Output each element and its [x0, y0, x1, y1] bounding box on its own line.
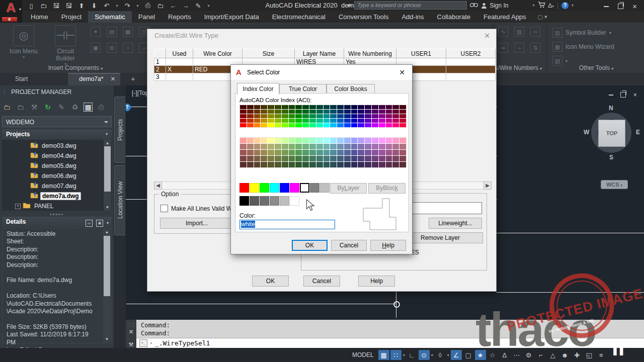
aci-color-swatch[interactable]	[275, 138, 281, 143]
aci-color-swatch[interactable]	[268, 119, 274, 123]
aci-color-swatch[interactable]	[324, 150, 330, 155]
dynamic-input-icon[interactable]: ▢	[463, 350, 474, 360]
aci-color-swatch[interactable]	[261, 114, 267, 118]
forward-icon[interactable]: →	[182, 2, 190, 10]
aci-color-swatch[interactable]	[302, 156, 309, 161]
insert-terminal-icon[interactable]: ⊞	[107, 43, 117, 53]
aci-color-swatch[interactable]	[295, 123, 302, 127]
aci-color-swatch[interactable]	[337, 156, 344, 161]
aci-color-swatch[interactable]	[337, 123, 344, 127]
aci-color-swatch[interactable]	[379, 138, 385, 143]
aci-color-swatch[interactable]	[337, 138, 344, 143]
command-wrench-icon[interactable]: ⚒	[126, 341, 136, 348]
aci-color-swatch[interactable]	[399, 119, 406, 123]
aci-color-swatch[interactable]	[240, 119, 247, 123]
aci-color-swatch[interactable]	[372, 105, 378, 109]
drawing-close-button[interactable]: ×	[633, 91, 637, 99]
ribbon-tab-featured-apps[interactable]: Featured Apps	[477, 11, 533, 23]
tab-start[interactable]: Start	[4, 73, 39, 85]
aci-color-swatch[interactable]	[372, 123, 378, 127]
aci-color-swatch[interactable]	[392, 162, 399, 167]
aci-color-swatch[interactable]	[240, 123, 247, 127]
aci-color-swatch[interactable]	[372, 162, 378, 167]
aci-color-swatch[interactable]	[282, 156, 288, 161]
aci-color-swatch[interactable]	[379, 105, 385, 109]
aci-color-swatch[interactable]	[289, 114, 295, 118]
aci-color-swatch[interactable]	[379, 162, 385, 167]
aci-color-swatch[interactable]	[324, 123, 330, 127]
wire-dialog-close-icon[interactable]: ✕	[482, 31, 492, 40]
aci-color-swatch[interactable]	[240, 156, 247, 161]
aci-color-swatch[interactable]	[392, 110, 399, 114]
scroll-down-icon[interactable]: ▼	[103, 336, 111, 342]
aci-color-swatch[interactable]	[282, 114, 288, 118]
aci-color-swatch[interactable]	[282, 105, 288, 109]
wire-cancel-button[interactable]: Cancel	[303, 276, 340, 287]
aci-color-swatch[interactable]	[254, 150, 261, 155]
aci-color-swatch[interactable]	[282, 138, 288, 143]
app-store-cart-icon[interactable]	[538, 2, 545, 10]
aci-color-swatch[interactable]	[275, 119, 281, 123]
snap-icon-dropdown[interactable]: ▾	[402, 353, 406, 357]
aci-color-swatch[interactable]	[358, 114, 364, 118]
aci-color-swatch[interactable]	[399, 156, 406, 161]
sign-in-button[interactable]: Sign In	[481, 2, 508, 9]
redo-dropdown-icon[interactable]: ▾	[136, 2, 139, 10]
column-header[interactable]	[154, 49, 166, 58]
color-swatch-ffffff[interactable]	[290, 196, 299, 206]
aci-color-swatch[interactable]	[358, 105, 364, 109]
aci-color-swatch[interactable]	[344, 144, 351, 149]
aci-color-swatch[interactable]	[289, 110, 295, 114]
ribbon-tab-add-ins[interactable]: Add-ins	[395, 11, 430, 23]
color-swatch-000000[interactable]	[239, 196, 249, 206]
aci-color-swatch[interactable]	[302, 105, 309, 109]
publish-icon[interactable]: ⬇	[90, 2, 98, 10]
aci-color-swatch[interactable]	[399, 123, 406, 127]
tab-true-color[interactable]: True Color	[279, 84, 327, 94]
aci-color-swatch[interactable]	[337, 105, 344, 109]
aci-color-swatch[interactable]	[261, 119, 267, 123]
new-file-icon[interactable]: ▯	[27, 2, 35, 10]
aci-color-swatch[interactable]	[295, 144, 302, 149]
color-name-input[interactable]: white	[239, 220, 335, 229]
column-header[interactable]: Used	[166, 49, 193, 58]
color-swatch-c0c0c0[interactable]	[320, 183, 330, 193]
ribbon-tab-conversion-tools[interactable]: Conversion Tools	[332, 11, 395, 23]
aci-color-swatch[interactable]	[268, 105, 274, 109]
refresh-icon[interactable]: ↻	[43, 102, 53, 112]
aci-color-swatch[interactable]	[268, 144, 274, 149]
color-help-button[interactable]: Help	[370, 240, 406, 251]
aci-color-swatch[interactable]	[295, 105, 302, 109]
aci-color-swatch[interactable]	[344, 110, 351, 114]
new-tab-button[interactable]: +	[126, 73, 139, 85]
color-swatch-5a5a5a[interactable]	[250, 196, 259, 206]
save-icon[interactable]: 🖫	[52, 2, 60, 10]
aci-color-swatch[interactable]	[351, 119, 358, 123]
aci-color-swatch[interactable]	[372, 144, 378, 149]
ribbon-tab-panel[interactable]: Panel	[132, 11, 162, 23]
color-swatch-ff00ff[interactable]	[290, 183, 299, 193]
renumber-icon[interactable]: ⇅	[530, 43, 540, 53]
ribbon-tab-electromechanical[interactable]: Electromechanical	[266, 11, 332, 23]
tree-scrollbar[interactable]: ▲ ▼	[104, 140, 111, 211]
scroll-down-icon[interactable]: ▼	[104, 204, 111, 211]
aci-color-swatch[interactable]	[399, 162, 406, 167]
aci-color-swatch[interactable]	[289, 162, 295, 167]
aci-color-swatch[interactable]	[392, 150, 399, 155]
column-header[interactable]: Wire Numbering	[344, 49, 396, 58]
aci-color-swatch[interactable]	[295, 138, 302, 143]
viewcube-north[interactable]: N	[609, 105, 613, 112]
aci-color-swatch[interactable]	[372, 150, 378, 155]
insert-plc-icon[interactable]: ▩	[123, 27, 133, 37]
aci-color-swatch[interactable]	[275, 150, 281, 155]
viewcube-top-face[interactable]: TOP	[598, 120, 625, 147]
aci-color-swatch[interactable]	[254, 144, 261, 149]
aci-color-swatch[interactable]	[240, 105, 247, 109]
aci-color-swatch[interactable]	[330, 156, 337, 161]
isometric-drafting-icon[interactable]: ◊	[435, 350, 446, 360]
markup-icon[interactable]: ✎	[194, 2, 202, 10]
redo-icon[interactable]: ↷	[123, 2, 131, 10]
export-icon[interactable]: ⬆	[77, 2, 86, 10]
aci-color-swatch[interactable]	[365, 105, 371, 109]
aci-color-swatch[interactable]	[240, 144, 247, 149]
